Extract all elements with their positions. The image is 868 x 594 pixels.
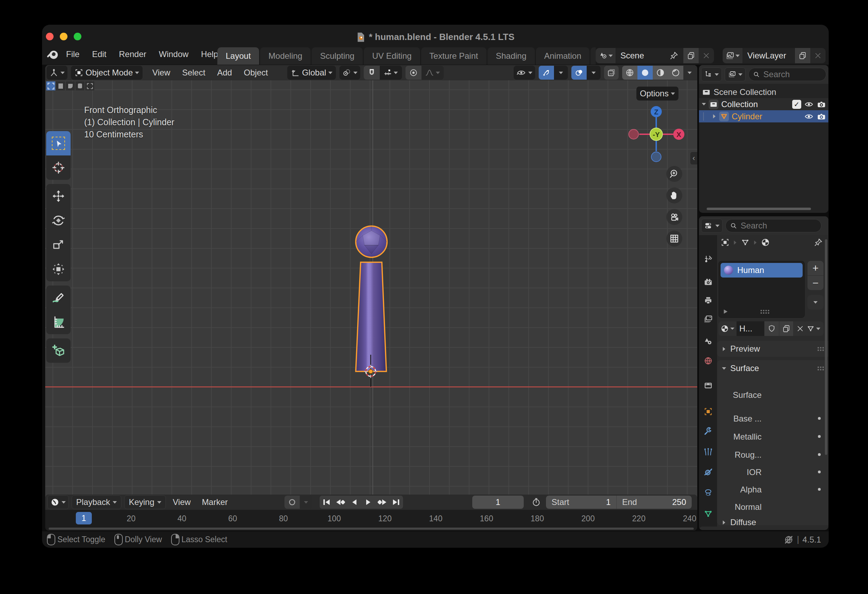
blender-logo-icon[interactable] bbox=[46, 48, 59, 61]
snap-toggle-button[interactable] bbox=[364, 66, 380, 80]
tab-shading[interactable]: Shading bbox=[487, 47, 535, 65]
autokey-dropdown[interactable] bbox=[300, 496, 312, 509]
toggle-grid-button[interactable] bbox=[666, 231, 682, 247]
end-frame-field[interactable]: End 250 bbox=[616, 496, 692, 509]
expand-play-icon[interactable] bbox=[722, 309, 729, 315]
shading-solid-button[interactable] bbox=[638, 66, 653, 80]
timeline-menu-keying[interactable]: Keying bbox=[124, 495, 165, 509]
outliner-search[interactable] bbox=[748, 68, 826, 81]
properties-search[interactable] bbox=[725, 219, 821, 232]
breadcrumb-object-icon[interactable] bbox=[720, 238, 729, 247]
tab-tool-properties[interactable] bbox=[699, 251, 717, 267]
viewlayer-new-button[interactable] bbox=[795, 48, 810, 63]
camera-view-button[interactable] bbox=[666, 209, 682, 225]
gizmo-x-neg-axis[interactable] bbox=[629, 129, 638, 139]
resize-grip[interactable] bbox=[760, 310, 769, 314]
next-keyframe-button[interactable] bbox=[375, 496, 389, 509]
browse-material-button[interactable] bbox=[719, 321, 737, 336]
navigation-gizmo[interactable]: Z X -Y bbox=[623, 103, 690, 170]
proportional-falloff-dropdown[interactable] bbox=[421, 66, 444, 80]
select-mode-box[interactable] bbox=[56, 81, 65, 90]
tab-texture-paint[interactable]: Texture Paint bbox=[421, 47, 487, 65]
show-overlays-toggle[interactable] bbox=[571, 66, 587, 80]
tool-cursor[interactable] bbox=[46, 155, 71, 180]
viewlayer-browse-button[interactable] bbox=[723, 48, 743, 63]
animate-dot[interactable] bbox=[818, 488, 821, 491]
tool-select-box[interactable] bbox=[46, 131, 71, 155]
scene-new-button[interactable] bbox=[683, 48, 699, 63]
tool-scale[interactable] bbox=[46, 233, 71, 257]
tab-physics-properties[interactable] bbox=[699, 464, 717, 480]
overlays-dropdown[interactable] bbox=[587, 66, 601, 80]
tab-modeling[interactable]: Modeling bbox=[260, 47, 310, 65]
shading-rendered-button[interactable] bbox=[668, 66, 683, 80]
slot-specials-dropdown[interactable] bbox=[807, 295, 824, 310]
pivot-point-dropdown[interactable] bbox=[340, 66, 360, 80]
use-preview-range-icon[interactable] bbox=[531, 497, 541, 507]
zoom-view-button[interactable] bbox=[666, 166, 682, 182]
disable-render-camera-icon[interactable] bbox=[816, 99, 826, 109]
play-reverse-button[interactable] bbox=[347, 496, 361, 509]
shading-dropdown[interactable] bbox=[683, 66, 696, 80]
link-material-to-dropdown[interactable] bbox=[803, 321, 824, 336]
timeline-menu-playback[interactable]: Playback bbox=[72, 495, 121, 509]
cylinder-expand-chevron[interactable] bbox=[713, 114, 716, 118]
playhead-frame-badge[interactable]: 1 bbox=[76, 512, 92, 525]
scene-browse-button[interactable] bbox=[596, 48, 616, 63]
preview-panel-header[interactable]: Preview bbox=[717, 341, 828, 357]
editor-type-button[interactable] bbox=[47, 66, 68, 80]
scene-name-field[interactable]: Scene bbox=[616, 48, 683, 63]
menu-window[interactable]: Window bbox=[153, 46, 194, 62]
material-slot-human[interactable]: Human bbox=[720, 263, 803, 278]
proportional-edit-toggle[interactable] bbox=[406, 66, 421, 80]
sidebar-expand-arrow[interactable]: ‹ bbox=[690, 152, 697, 164]
show-gizmo-toggle[interactable] bbox=[539, 66, 554, 80]
viewlayer-name-field[interactable]: ViewLayer bbox=[743, 48, 795, 63]
current-frame-field[interactable]: 1 bbox=[472, 496, 524, 509]
human-mesh-object[interactable] bbox=[331, 217, 410, 388]
snap-with-dropdown[interactable] bbox=[380, 66, 402, 80]
xray-toggle[interactable] bbox=[604, 66, 619, 80]
tab-modifier-properties[interactable] bbox=[699, 423, 717, 439]
add-slot-button[interactable]: + bbox=[807, 261, 824, 276]
properties-search-input[interactable] bbox=[740, 220, 817, 231]
select-mode-circle[interactable] bbox=[66, 81, 75, 90]
menu-select[interactable]: Select bbox=[182, 68, 205, 78]
pin-id-icon[interactable] bbox=[814, 238, 823, 247]
menu-file[interactable]: File bbox=[60, 46, 86, 62]
gizmo-dropdown[interactable] bbox=[554, 66, 568, 80]
tab-viewlayer-properties[interactable] bbox=[699, 311, 717, 327]
tab-scene-properties[interactable] bbox=[699, 333, 717, 349]
menu-render[interactable]: Render bbox=[113, 46, 152, 62]
material-name-field[interactable]: H... bbox=[737, 321, 765, 336]
tab-uv-editing[interactable]: UV Editing bbox=[364, 47, 420, 65]
timeline-ruler[interactable]: 1 20 40 60 80 100 120 140 160 180 200 22… bbox=[45, 510, 697, 527]
pan-view-button[interactable] bbox=[666, 188, 682, 204]
menu-edit[interactable]: Edit bbox=[86, 46, 112, 62]
shading-wireframe-button[interactable] bbox=[622, 66, 638, 80]
tab-sculpting[interactable]: Sculpting bbox=[311, 47, 363, 65]
timeline-scrollbar[interactable] bbox=[49, 528, 694, 530]
diffuse-panel-header[interactable]: Diffuse bbox=[722, 517, 756, 527]
mode-dropdown[interactable]: Object Mode bbox=[71, 66, 143, 80]
outliner-filter-dropdown[interactable] bbox=[725, 68, 745, 81]
outliner-horizontal-scrollbar[interactable] bbox=[707, 208, 811, 210]
outliner-row-scene-collection[interactable]: Scene Collection bbox=[699, 86, 828, 98]
tool-measure[interactable] bbox=[46, 310, 71, 334]
tab-layout[interactable]: Layout bbox=[217, 47, 259, 65]
shading-material-button[interactable] bbox=[653, 66, 668, 80]
auto-keyframe-toggle[interactable] bbox=[285, 496, 300, 509]
pin-icon[interactable] bbox=[669, 51, 679, 60]
tab-constraint-properties[interactable] bbox=[699, 485, 717, 501]
tool-move[interactable] bbox=[46, 184, 71, 208]
tab-render-properties[interactable] bbox=[699, 274, 717, 290]
timeline-menu-view[interactable]: View bbox=[169, 496, 195, 509]
surface-panel-header[interactable]: Surface bbox=[717, 360, 828, 376]
disable-render-camera-icon[interactable] bbox=[816, 112, 826, 121]
tab-output-properties[interactable] bbox=[699, 292, 717, 308]
tab-rendering[interactable]: Rendering bbox=[590, 47, 596, 65]
transform-orientation-dropdown[interactable]: Global bbox=[287, 66, 336, 80]
collection-expand-chevron[interactable] bbox=[702, 103, 706, 105]
select-mode-lasso[interactable] bbox=[75, 81, 84, 90]
tab-object-properties[interactable] bbox=[699, 403, 717, 420]
